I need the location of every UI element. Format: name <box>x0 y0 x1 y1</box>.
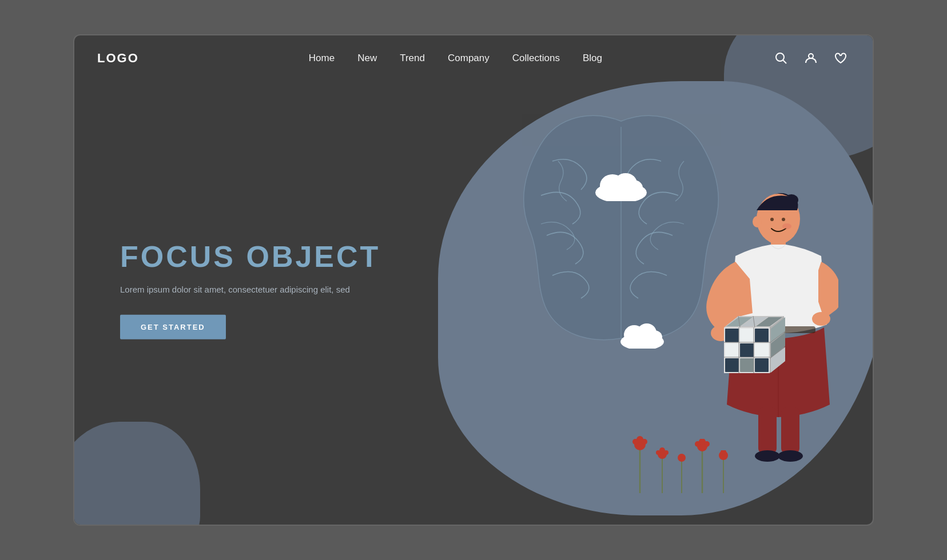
svg-rect-57 <box>755 358 769 372</box>
svg-rect-52 <box>725 343 739 357</box>
svg-point-41 <box>812 312 830 326</box>
navbar: LOGO Home New Trend Company Collections … <box>74 35 873 81</box>
svg-point-16 <box>642 439 647 445</box>
nav-icons <box>772 49 850 67</box>
page-wrapper: LOGO Home New Trend Company Collections … <box>73 34 874 526</box>
nav-blog[interactable]: Blog <box>583 53 602 64</box>
nav-home[interactable]: Home <box>309 53 335 64</box>
nav-trend[interactable]: Trend <box>400 53 425 64</box>
hero-content: FOCUS OBJECT Lorem ipsum dolor sit amet,… <box>120 241 380 339</box>
svg-point-45 <box>755 450 780 462</box>
svg-point-46 <box>778 450 803 462</box>
svg-rect-51 <box>755 329 769 342</box>
logo: LOGO <box>97 51 139 66</box>
person-illustration <box>667 165 838 507</box>
svg-point-35 <box>753 216 762 227</box>
nav-company[interactable]: Company <box>448 53 490 64</box>
hero-subtitle: Lorem ipsum dolor sit amet, consectetuer… <box>120 285 380 294</box>
blob-bottom-left <box>73 422 200 526</box>
hero-title: FOCUS OBJECT <box>120 241 380 273</box>
svg-point-15 <box>632 439 638 445</box>
heart-icon[interactable] <box>831 49 850 67</box>
svg-rect-49 <box>725 329 739 342</box>
svg-point-7 <box>624 180 643 196</box>
svg-point-38 <box>782 223 791 229</box>
svg-rect-50 <box>740 329 754 342</box>
nav-links: Home New Trend Company Collections Blog <box>309 53 602 64</box>
search-icon[interactable] <box>772 49 790 67</box>
svg-point-20 <box>656 450 660 455</box>
user-icon[interactable] <box>802 49 820 67</box>
svg-point-11 <box>646 330 662 344</box>
svg-point-0 <box>776 53 784 61</box>
svg-point-36 <box>770 218 774 221</box>
svg-point-2 <box>809 54 813 58</box>
cta-button[interactable]: GET STARTED <box>120 315 226 339</box>
svg-rect-53 <box>740 343 754 357</box>
svg-rect-44 <box>781 407 799 453</box>
svg-rect-56 <box>740 358 754 372</box>
svg-point-37 <box>782 218 785 221</box>
svg-rect-43 <box>758 407 777 453</box>
svg-line-1 <box>783 61 786 64</box>
svg-rect-54 <box>755 343 769 357</box>
nav-collections[interactable]: Collections <box>512 53 560 64</box>
nav-new[interactable]: New <box>357 53 377 64</box>
svg-rect-55 <box>725 358 739 372</box>
